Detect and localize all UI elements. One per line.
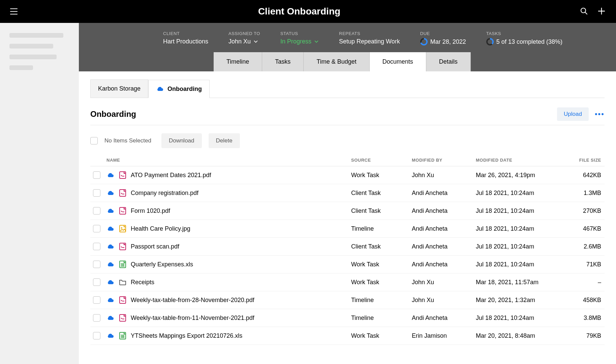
meta-repeats-value[interactable]: Setup Repeating Work	[339, 38, 400, 45]
sidebar-placeholder	[9, 44, 53, 48]
meta-client-value[interactable]: Hart Productions	[163, 38, 208, 45]
row-checkbox[interactable]	[93, 314, 100, 322]
file-modified-date: Jul 18 2021, 10:24am	[473, 238, 557, 256]
tab-timeline[interactable]: Timeline	[214, 52, 262, 71]
meta-due: DUE Mar 28, 2022	[420, 31, 466, 45]
cloud-icon	[106, 242, 115, 251]
meta-due-value[interactable]: Mar 28, 2022	[420, 38, 466, 45]
cloud-icon	[106, 332, 115, 340]
file-name: Weekly-tax-table-from-11-November-2021.p…	[131, 315, 254, 322]
row-checkbox[interactable]	[93, 243, 100, 250]
row-checkbox[interactable]	[93, 207, 100, 214]
row-checkbox[interactable]	[93, 189, 100, 197]
row-checkbox[interactable]	[93, 296, 100, 304]
row-checkbox[interactable]	[93, 332, 100, 339]
file-size: 458KB	[557, 291, 605, 309]
pdf-icon	[119, 314, 127, 322]
sidebar	[0, 23, 79, 364]
file-size: 79KB	[557, 327, 605, 345]
add-icon[interactable]	[597, 7, 607, 16]
file-modified-date: Mar 26, 2021, 4:19pm	[473, 166, 557, 184]
file-source: Work Task	[348, 273, 409, 291]
file-source: Client Task	[348, 238, 409, 256]
col-file-size[interactable]: FILE SIZE	[557, 154, 605, 166]
file-modified-by: John Xu	[409, 166, 473, 184]
chevron-down-icon	[314, 39, 319, 44]
page-title: Client Onboarding	[19, 6, 580, 17]
file-modified-by: Erin Jamison	[409, 327, 473, 345]
table-row[interactable]: YTSheets Mappings Export 20210726.xlsWor…	[90, 327, 605, 345]
menu-icon[interactable]	[9, 7, 19, 16]
storage-tab-karbon[interactable]: Karbon Storage	[90, 79, 148, 98]
storage-tabs: Karbon Storage Onboarding	[90, 79, 605, 98]
file-name: Health Care Policy.jpg	[131, 225, 190, 232]
file-modified-by: John Xu	[409, 273, 473, 291]
col-source[interactable]: SOURCE	[348, 154, 409, 166]
file-name: YTSheets Mappings Export 20210726.xls	[131, 332, 242, 339]
meta-due-text: Mar 28, 2022	[430, 38, 466, 45]
row-checkbox[interactable]	[93, 278, 100, 286]
table-row[interactable]: Form 1020.pdfClient TaskAndi AnchetaJul …	[90, 202, 605, 220]
upload-button[interactable]: Upload	[557, 107, 589, 121]
file-size: 1.3MB	[557, 184, 605, 202]
table-row[interactable]: ReceiptsWork TaskJohn XuMar 18, 2021, 11…	[90, 273, 605, 291]
file-modified-date: Jul 18 2021, 10:24am	[473, 220, 557, 238]
tabs: Timeline Tasks Time & Budget Documents D…	[79, 52, 616, 71]
meta-tasks-text: 5 of 13 completed (38%)	[496, 38, 562, 45]
table-row[interactable]: ATO Payment Dates 2021.pdfWork TaskJohn …	[90, 166, 605, 184]
file-name: Passport scan.pdf	[131, 243, 179, 250]
table-row[interactable]: Passport scan.pdfClient TaskAndi Ancheta…	[90, 238, 605, 256]
file-name: Company registration.pdf	[131, 190, 198, 197]
sidebar-placeholder	[9, 65, 33, 70]
file-modified-by: Andi Ancheta	[409, 202, 473, 220]
file-source: Timeline	[348, 220, 409, 238]
pdf-icon	[119, 242, 127, 251]
delete-button[interactable]: Delete	[209, 133, 240, 148]
file-modified-date: Jul 18 2021, 10:24am	[473, 202, 557, 220]
chevron-down-icon	[253, 39, 258, 44]
table-row[interactable]: Company registration.pdfClient TaskAndi …	[90, 184, 605, 202]
cloud-icon	[106, 314, 115, 322]
file-modified-date: Jul 18 2021, 10:24am	[473, 256, 557, 273]
pdf-icon	[119, 207, 127, 215]
topbar: Client Onboarding	[0, 0, 616, 23]
col-name[interactable]: NAME	[104, 154, 348, 166]
tab-time-budget[interactable]: Time & Budget	[304, 52, 369, 71]
file-name: Weekly-tax-table-from-28-November-2020.p…	[131, 297, 254, 304]
search-icon[interactable]	[580, 7, 589, 16]
cloud-icon	[106, 296, 115, 304]
table-row[interactable]: Weekly-tax-table-from-28-November-2020.p…	[90, 291, 605, 309]
meta-tasks-value[interactable]: 5 of 13 completed (38%)	[486, 38, 562, 45]
storage-tab-onboarding[interactable]: Onboarding	[148, 80, 210, 98]
tab-details[interactable]: Details	[426, 52, 471, 71]
col-modified-date[interactable]: MODIFIED DATE	[473, 154, 557, 166]
file-size: 2.6MB	[557, 238, 605, 256]
more-actions-icon[interactable]: •••	[595, 110, 605, 119]
table-row[interactable]: Health Care Policy.jpgTimelineAndi Anche…	[90, 220, 605, 238]
file-modified-by: Andi Ancheta	[409, 309, 473, 327]
file-name: Receipts	[131, 279, 154, 286]
row-checkbox[interactable]	[93, 261, 100, 268]
table-row[interactable]: Weekly-tax-table-from-11-November-2021.p…	[90, 309, 605, 327]
download-button[interactable]: Download	[161, 133, 202, 148]
jpg-icon	[119, 225, 127, 233]
file-source: Timeline	[348, 309, 409, 327]
file-size: 270KB	[557, 202, 605, 220]
file-modified-by: Andi Ancheta	[409, 184, 473, 202]
meta-due-label: DUE	[420, 31, 466, 36]
select-all-checkbox[interactable]	[90, 137, 98, 144]
meta-client-label: CLIENT	[163, 31, 208, 36]
row-checkbox[interactable]	[93, 171, 100, 179]
tab-documents[interactable]: Documents	[370, 52, 426, 71]
file-size: 71KB	[557, 256, 605, 273]
table-row[interactable]: Quarterly Expenses.xlsWork TaskAndi Anch…	[90, 256, 605, 273]
cloud-icon	[156, 85, 164, 93]
file-size: 467KB	[557, 220, 605, 238]
tab-tasks[interactable]: Tasks	[262, 52, 304, 71]
pdf-icon	[119, 171, 127, 179]
row-checkbox[interactable]	[93, 225, 100, 232]
meta-status-value[interactable]: In Progress	[280, 38, 319, 45]
file-name: Form 1020.pdf	[131, 207, 170, 214]
col-modified-by[interactable]: MODIFIED BY	[409, 154, 473, 166]
meta-assigned-value[interactable]: John Xu	[228, 38, 260, 45]
